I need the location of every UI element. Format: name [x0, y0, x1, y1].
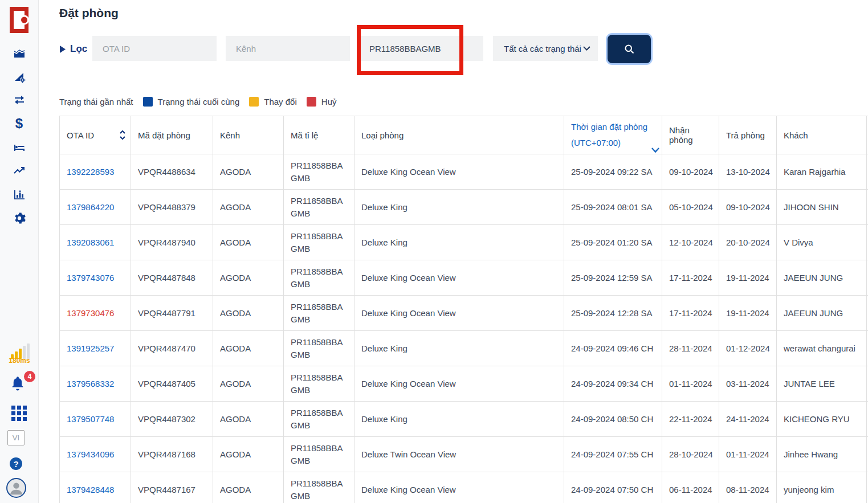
rate-code-cell: PR11858BBAGMB	[284, 260, 354, 296]
status-select-value: Tất cả các trạng thái	[504, 44, 581, 54]
booked-at-cell: 24-09-2024 09:46 CH	[564, 331, 662, 366]
ota-id-link[interactable]: 1379434096	[67, 449, 114, 459]
expand-triangle-icon	[59, 46, 66, 53]
channel-cell: AGODA	[213, 437, 284, 472]
booked-at-cell: 24-09-2024 07:55 CH	[564, 437, 662, 472]
rate-code-cell: PR11858BBAGMB	[284, 437, 354, 472]
guest-cell: JAEEUN JUNG	[777, 296, 867, 331]
rooms-bed-icon[interactable]	[13, 141, 26, 154]
ota-id-link[interactable]: 1392083061	[67, 238, 114, 247]
sort-desc-chevron-icon	[651, 148, 659, 153]
ota-id-link[interactable]: 1391925257	[67, 343, 114, 353]
channel-cell: AGODA	[213, 331, 284, 366]
pricing-dollar-icon[interactable]: $	[13, 117, 26, 130]
booking-code-cell: VPQR4487940	[131, 225, 213, 260]
check-out-cell: 09-10-2024	[719, 190, 777, 225]
language-switcher[interactable]: VI	[7, 430, 25, 445]
guest-cell: Jinhee Hwang	[777, 437, 867, 472]
check-out-cell: 01-11-2024	[719, 437, 777, 472]
check-out-cell: 19-11-2024	[719, 296, 777, 331]
ota-id-link[interactable]: 1379507748	[67, 414, 114, 424]
status-select[interactable]: Tất cả các trạng thái	[493, 36, 598, 61]
ota-id-link[interactable]: 1379730476	[67, 308, 114, 318]
channel-cell: AGODA	[213, 190, 284, 225]
sidebar: $ 180ms 4 VI ?	[0, 0, 39, 503]
ota-id-link[interactable]: 1379568332	[67, 379, 114, 389]
booking-code-cell: VPQR4488379	[131, 190, 213, 225]
booked-at-cell: 25-09-2024 01:20 SA	[564, 225, 662, 260]
room-type-cell: Deluxe King Ocean View	[354, 366, 564, 402]
channel-cell: AGODA	[213, 296, 284, 331]
booked-at-cell: 25-09-2024 12:28 SA	[564, 296, 662, 331]
room-type-cell: Deluxe King Ocean View	[354, 472, 564, 503]
area-chart-icon[interactable]	[13, 46, 26, 60]
apps-grid-icon[interactable]	[11, 405, 27, 421]
rate-code-cell: PR11858BBAGMB	[284, 331, 354, 366]
app-logo[interactable]	[10, 7, 28, 33]
channel-input[interactable]	[226, 36, 350, 61]
guest-cell: werawat changurai	[777, 331, 867, 366]
ota-id-link[interactable]: 1379428448	[67, 485, 114, 494]
search-icon	[624, 43, 635, 55]
col-header-booking-code: Mã đặt phòng	[131, 116, 213, 154]
chevron-down-icon	[583, 46, 590, 51]
table-header-row: OTA ID Mã đặt phòng Kênh Mã tỉ lệ Loại p…	[60, 116, 868, 154]
table-row: 1391925257 VPQR4487470 AGODA PR11858BBAG…	[60, 331, 868, 366]
booking-code-cell: VPQR4487470	[131, 331, 213, 366]
ota-id-link[interactable]: 1392228593	[67, 167, 114, 177]
check-out-cell: 24-11-2024	[719, 402, 777, 437]
rate-code-cell: PR11858BBAGMB	[284, 402, 354, 437]
rate-code-cell: PR11858BBAGMB	[284, 472, 354, 503]
booking-code-cell: VPQR4487405	[131, 366, 213, 402]
check-out-cell: 20-10-2024	[719, 225, 777, 260]
guest-cell: JIHOON SHIN	[777, 190, 867, 225]
col-header-channel: Kênh	[213, 116, 284, 154]
logo-dot	[21, 17, 27, 23]
user-avatar[interactable]	[6, 478, 26, 498]
check-in-cell: 28-10-2024	[662, 437, 719, 472]
table-row: 1379864220 VPQR4488379 AGODA PR11858BBAG…	[60, 190, 868, 225]
booked-at-cell: 25-09-2024 09:22 SA	[564, 154, 662, 190]
col-header-check-out: Trả phòng	[719, 116, 777, 154]
col-header-booked-at[interactable]: Thời gian đặt phòng (UTC+07:00)	[564, 116, 662, 154]
rate-code-cell: PR11858BBAGMB	[284, 366, 354, 402]
check-in-cell: 09-10-2024	[662, 154, 719, 190]
booking-code-cell: VPQR4487791	[131, 296, 213, 331]
help-icon[interactable]: ?	[10, 457, 22, 470]
room-type-cell: Deluxe King	[354, 190, 564, 225]
rate-code-input[interactable]	[359, 36, 483, 61]
col-header-ota-id[interactable]: OTA ID	[60, 116, 131, 154]
channel-settings-icon[interactable]	[13, 70, 26, 84]
sort-icon	[119, 130, 126, 140]
ota-id-input[interactable]	[92, 36, 217, 61]
booking-code-cell: VPQR4487167	[131, 472, 213, 503]
check-out-cell: 08-11-2024	[719, 472, 777, 503]
latency-value: 180ms	[0, 357, 39, 365]
check-out-cell: 03-11-2024	[719, 366, 777, 402]
room-type-cell: Deluxe King	[354, 331, 564, 366]
room-type-cell: Deluxe King Ocean View	[354, 296, 564, 331]
table-row: 1379507748 VPQR4487302 AGODA PR11858BBAG…	[60, 402, 868, 437]
notifications-bell-icon[interactable]: 4	[9, 375, 32, 395]
check-in-cell: 06-11-2024	[662, 472, 719, 503]
bookings-table: OTA ID Mã đặt phòng Kênh Mã tỉ lệ Loại p…	[59, 116, 868, 503]
check-out-cell: 01-12-2024	[719, 331, 777, 366]
yellow-swatch-icon	[249, 97, 259, 107]
trending-up-icon[interactable]	[13, 164, 26, 178]
room-type-cell: Deluxe King Ocean View	[354, 154, 564, 190]
ota-id-link[interactable]: 1379864220	[67, 202, 114, 212]
check-in-cell: 01-11-2024	[662, 366, 719, 402]
channel-cell: AGODA	[213, 402, 284, 437]
filter-toggle[interactable]: Lọc	[59, 43, 87, 55]
sync-arrows-icon[interactable]	[13, 93, 26, 107]
check-out-cell: 13-10-2024	[719, 154, 777, 190]
booked-at-cell: 24-09-2024 08:50 CH	[564, 402, 662, 437]
channel-cell: AGODA	[213, 260, 284, 296]
analytics-bars-icon[interactable]	[13, 188, 26, 202]
booking-code-cell: VPQR4488634	[131, 154, 213, 190]
settings-gear-icon[interactable]	[13, 211, 26, 225]
booked-at-cell: 24-09-2024 07:50 CH	[564, 472, 662, 503]
search-button[interactable]	[608, 35, 651, 63]
rate-code-cell: PR11858BBAGMB	[284, 296, 354, 331]
ota-id-link[interactable]: 1379743076	[67, 273, 114, 283]
